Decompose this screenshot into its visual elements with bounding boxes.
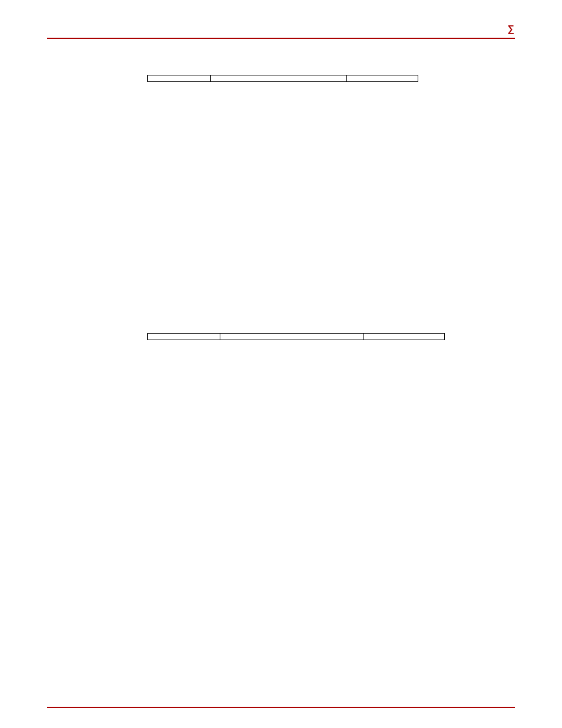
table23 xyxy=(147,333,445,340)
page-header: ∑ xyxy=(47,24,515,39)
logo-sigma-icon: ∑ xyxy=(508,24,515,34)
table22-h2 xyxy=(346,75,418,82)
figure-1-20 xyxy=(82,98,518,299)
table22-caption xyxy=(147,62,515,71)
page-footer xyxy=(47,707,515,711)
figure-caption xyxy=(47,304,515,312)
xilinx-logo: ∑ xyxy=(508,24,515,34)
table22-h0 xyxy=(148,75,211,82)
table23-h1 xyxy=(220,334,364,340)
table23-caption xyxy=(147,321,515,330)
table22 xyxy=(147,75,418,82)
schematic-svg xyxy=(82,98,518,299)
table22-header-row xyxy=(148,75,418,82)
table23-h2 xyxy=(363,334,444,340)
table23-header-row xyxy=(148,334,445,340)
table23-h0 xyxy=(148,334,220,340)
table22-h1 xyxy=(211,75,346,82)
